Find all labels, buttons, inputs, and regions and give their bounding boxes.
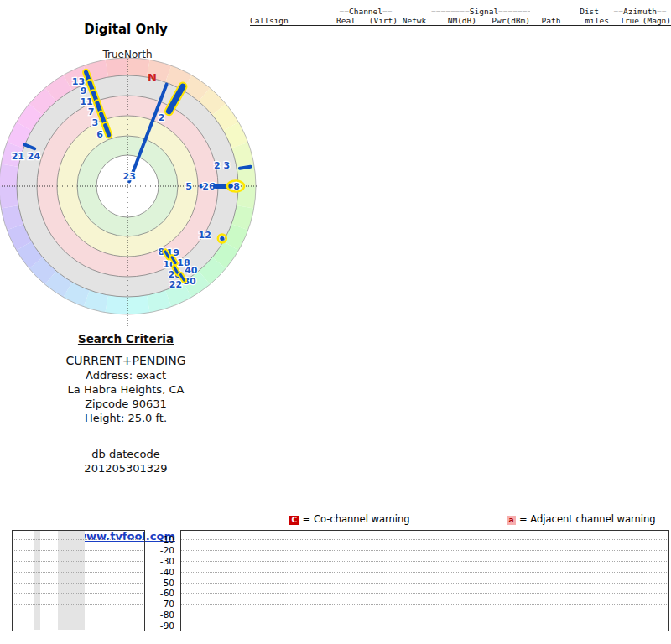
azimuth-color-ring	[105, 295, 127, 314]
gridline	[13, 604, 143, 605]
gridline	[181, 561, 667, 562]
dbm-tick: -60	[144, 588, 174, 598]
gridline	[13, 550, 143, 551]
channel-group-header: ==Channel==	[334, 7, 398, 16]
azimuth-color-ring	[127, 58, 150, 77]
gridline	[13, 583, 143, 584]
radar-dot-marker	[220, 236, 224, 241]
dist-group-header: Dist	[530, 7, 609, 16]
search-height: Height: 25.0 ft.	[21, 411, 231, 425]
radar-station-marker	[240, 167, 251, 169]
gridline	[13, 626, 143, 626]
radar-channel-label: 6	[96, 129, 103, 140]
dbm-tick: -20	[144, 545, 174, 555]
signal-group-header: ========Signal========	[431, 7, 530, 16]
table-header-groups: ==Channel== ========Signal======== Dist …	[250, 7, 671, 16]
adjacent-channel-badge: a	[507, 516, 516, 525]
col-magn: (Magn)	[639, 16, 671, 26]
col-true: True	[609, 16, 639, 26]
dbm-tick: -70	[144, 599, 174, 609]
radar-title: Digital Only	[32, 22, 220, 37]
co-channel-badge: C	[289, 516, 299, 525]
col-path: Path	[530, 16, 572, 26]
radar-channel-label: 8	[233, 181, 240, 192]
radar-channel-label: 11	[80, 96, 92, 107]
azimuth-group-header: ==Azimuth==	[609, 7, 671, 16]
azimuth-color-ring	[0, 164, 18, 186]
search-address-mode: Address: exact	[21, 368, 231, 382]
gridline	[13, 615, 143, 615]
db-datecode-value: 201205301329	[21, 461, 231, 475]
radar-channel-label: 7	[88, 106, 95, 117]
radar-channel-label: 40	[185, 265, 198, 276]
search-city: La Habra Heights, CA	[21, 382, 231, 397]
uhf-frame	[180, 530, 669, 631]
col-callsign: Callsign	[250, 16, 334, 26]
dbm-tick: -90	[144, 621, 174, 631]
radar-channel-label: 3	[91, 117, 98, 128]
dbm-tick: -10	[144, 534, 174, 544]
search-criteria-heading: Search Criteria	[21, 332, 231, 345]
dbm-tick: -80	[144, 610, 174, 620]
search-zipcode: Zipcode 90631	[21, 397, 231, 411]
gridline	[181, 572, 667, 573]
col-pwr: Pwr(dBm)	[476, 16, 530, 26]
col-virt: (Virt)	[356, 16, 398, 26]
radar-channel-label: 2 3	[214, 160, 230, 171]
col-nm: NM(dB)	[431, 16, 476, 26]
tvfool-report-page: 2321391173621 242 3526812819101828402230…	[0, 0, 671, 644]
radar-channel-label: 21 24	[12, 151, 41, 162]
gridline	[13, 572, 143, 573]
gridline	[13, 561, 143, 562]
signal-table: ==Channel== ========Signal======== Dist …	[250, 7, 671, 26]
gridline	[181, 615, 667, 615]
gridline	[181, 593, 667, 594]
azimuth-color-ring	[105, 58, 127, 77]
gridline	[13, 539, 143, 540]
true-north-label: TrueNorth	[77, 49, 178, 60]
search-criteria-block: Search Criteria CURRENT+PENDING Address:…	[21, 332, 231, 543]
col-netwk: Netwk	[398, 16, 431, 26]
magnetic-north-label: N	[148, 71, 157, 84]
radar-channel-label: 9	[81, 86, 87, 96]
gridline	[13, 593, 143, 594]
table-header-columns: Callsign Real (Virt) Netwk NM(dB) Pwr(dB…	[250, 16, 671, 26]
dbm-tick: -30	[144, 556, 174, 566]
legend-co-channel: C= Co-channel warning	[289, 513, 410, 525]
gridline	[181, 550, 667, 551]
gridline	[181, 539, 667, 540]
dbm-tick: -40	[144, 567, 174, 577]
radar-channel-label: 23	[123, 171, 136, 182]
db-datecode-label: db datecode	[21, 447, 231, 461]
db-datecode-block: db datecode 201205301329	[21, 447, 231, 475]
legend-adjacent-channel: a= Adjacent channel warning	[507, 513, 656, 525]
search-db-mode: CURRENT+PENDING	[21, 354, 231, 368]
azimuth-color-ring	[127, 295, 150, 314]
col-miles: miles	[572, 16, 609, 26]
radar-channel-label: 2	[159, 112, 165, 123]
gridline	[181, 583, 667, 584]
azimuth-color-ring	[0, 186, 18, 209]
gridline	[181, 626, 667, 626]
gridline	[181, 604, 667, 605]
radar-channel-label: 12	[199, 230, 211, 241]
dbm-tick: -50	[144, 578, 174, 588]
col-real: Real	[334, 16, 356, 26]
radar-channel-label: 5	[185, 181, 192, 192]
radar-channel-label: 22	[169, 279, 182, 290]
